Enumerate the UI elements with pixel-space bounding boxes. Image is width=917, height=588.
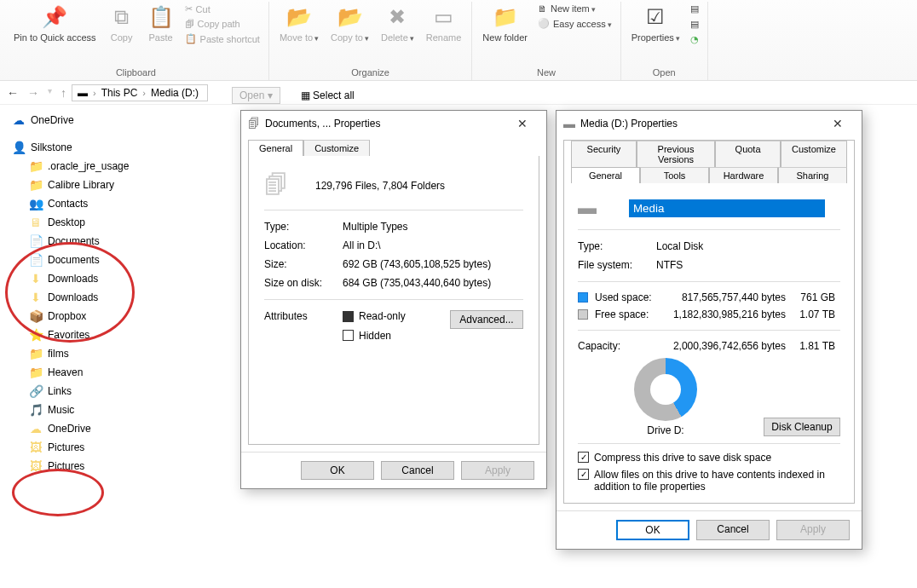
tree-item[interactable]: 📁films bbox=[0, 344, 213, 363]
type-label: Type: bbox=[264, 221, 343, 233]
free-space-label: Free space: bbox=[595, 308, 660, 320]
tree-item-label: Links bbox=[48, 385, 72, 397]
history-small-button[interactable]: ◔ bbox=[687, 32, 702, 47]
tree-item[interactable]: 📄Documents bbox=[0, 232, 213, 251]
tree-item[interactable]: ☁OneDrive bbox=[0, 419, 213, 438]
pin-to-quick-access-button[interactable]: 📌 Pin to Quick access bbox=[9, 2, 101, 44]
cancel-button[interactable]: Cancel bbox=[381, 461, 454, 480]
used-color-icon bbox=[578, 292, 588, 303]
apply-button[interactable]: Apply bbox=[776, 520, 850, 540]
nav-tree: ☁OneDrive 👤Silkstone 📁.oracle_jre_usage📁… bbox=[0, 106, 213, 481]
tree-item[interactable]: 📁Heaven bbox=[0, 363, 213, 382]
tree-item[interactable]: ⭐Favorites bbox=[0, 326, 213, 344]
free-bytes: 1,182,830,985,216 bytes bbox=[666, 308, 786, 320]
paste-button[interactable]: 📋 Paste bbox=[142, 2, 180, 44]
tree-item[interactable]: 🎵Music bbox=[0, 401, 213, 419]
forward-button[interactable]: → bbox=[27, 86, 39, 100]
tree-item[interactable]: 📦Dropbox bbox=[0, 307, 213, 326]
tabstrip-bottom: General Tools Hardware Sharing bbox=[564, 167, 854, 183]
delete-button[interactable]: ✖ Delete bbox=[376, 2, 419, 45]
open-small-button[interactable]: ▤ bbox=[687, 2, 702, 16]
tree-item[interactable]: 🔗Links bbox=[0, 382, 213, 401]
breadcrumb-root[interactable]: This PC bbox=[101, 87, 138, 99]
hidden-checkbox[interactable]: Hidden bbox=[343, 330, 391, 342]
advanced-button[interactable]: Advanced... bbox=[450, 310, 523, 329]
drive-name-input[interactable] bbox=[629, 199, 825, 217]
folder-icon: 🖥 bbox=[29, 216, 43, 229]
move-to-button[interactable]: 📂 Move to bbox=[274, 2, 324, 45]
location-label: Location: bbox=[264, 239, 343, 251]
tree-item[interactable]: 📁.oracle_jre_usage bbox=[0, 157, 213, 176]
tree-item[interactable]: 📄Documents bbox=[0, 251, 213, 269]
easy-access-button[interactable]: ⚪Easy access bbox=[534, 16, 615, 31]
tree-user[interactable]: 👤Silkstone bbox=[0, 138, 213, 157]
disk-cleanup-button[interactable]: Disk Cleanup bbox=[764, 418, 840, 436]
copy-path-button[interactable]: 🗐Copy path bbox=[182, 17, 263, 31]
tree-item-label: films bbox=[48, 348, 69, 360]
rename-button[interactable]: ▭ Rename bbox=[421, 2, 467, 44]
size-value: 692 GB (743,605,108,525 bytes) bbox=[343, 258, 491, 270]
ribbon: 📌 Pin to Quick access ⧉ Copy 📋 Paste ✂Cu… bbox=[0, 0, 917, 81]
tab-quota[interactable]: Quota bbox=[715, 141, 781, 167]
tree-item[interactable]: ⬇Downloads bbox=[0, 288, 213, 307]
capacity-label: Capacity: bbox=[578, 340, 660, 352]
ok-button[interactable]: OK bbox=[616, 520, 689, 540]
apply-button[interactable]: Apply bbox=[461, 461, 534, 480]
tree-item[interactable]: 🖼Pictures bbox=[0, 438, 213, 457]
size-on-disk-label: Size on disk: bbox=[264, 277, 343, 289]
copy-button[interactable]: ⧉ Copy bbox=[103, 2, 141, 44]
tab-general[interactable]: General bbox=[571, 167, 640, 183]
drive-icon: ▬ bbox=[563, 117, 575, 130]
tree-item[interactable]: ⬇Downloads bbox=[0, 269, 213, 288]
dialog-buttons: OK Cancel Apply bbox=[241, 452, 546, 488]
readonly-checkbox[interactable]: Read-only bbox=[343, 310, 406, 322]
ok-button[interactable]: OK bbox=[301, 461, 374, 480]
properties-button[interactable]: ☑ Properties bbox=[626, 2, 685, 45]
pasteshortcut-icon: 📋 bbox=[185, 33, 197, 44]
new-folder-button[interactable]: 📁 New folder bbox=[477, 2, 533, 44]
tab-customize[interactable]: Customize bbox=[303, 140, 370, 156]
dialog-buttons: OK Cancel Apply bbox=[557, 510, 862, 549]
dialog-titlebar[interactable]: ▬ Media (D:) Properties ✕ bbox=[557, 111, 862, 136]
up-button[interactable]: ↑ bbox=[61, 86, 66, 100]
cancel-button[interactable]: Cancel bbox=[696, 520, 770, 540]
tab-sharing[interactable]: Sharing bbox=[778, 167, 847, 183]
back-button[interactable]: ← bbox=[7, 86, 19, 100]
newfolder-icon: 📁 bbox=[492, 3, 519, 31]
close-button[interactable]: ✕ bbox=[505, 117, 539, 130]
tree-item[interactable]: 🖥Desktop bbox=[0, 213, 213, 232]
edit-small-button[interactable]: ▤ bbox=[687, 17, 702, 32]
tab-security[interactable]: Security bbox=[571, 141, 637, 167]
history-icon: ◔ bbox=[690, 34, 699, 45]
folder-icon: 📁 bbox=[29, 159, 43, 173]
tab-general[interactable]: General bbox=[248, 140, 303, 156]
tree-item-label: Desktop bbox=[48, 216, 85, 228]
tab-customize[interactable]: Customize bbox=[781, 141, 847, 167]
copy-to-button[interactable]: 📂 Copy to bbox=[326, 2, 374, 45]
dialog-titlebar[interactable]: 🗐 Documents, ... Properties ✕ bbox=[241, 111, 546, 136]
used-space-label: Used space: bbox=[595, 291, 660, 303]
dialog-body: 🗐 129,796 Files, 7,804 Folders Type:Mult… bbox=[249, 156, 539, 444]
new-item-button[interactable]: 🗎New item bbox=[534, 2, 615, 15]
tab-previous-versions[interactable]: Previous Versions bbox=[637, 141, 715, 167]
cut-button[interactable]: ✂Cut bbox=[182, 2, 263, 16]
tree-item-label: Heaven bbox=[48, 366, 83, 378]
easyaccess-icon: ⚪ bbox=[538, 18, 550, 29]
delete-icon: ✖ bbox=[384, 3, 411, 31]
paste-shortcut-button[interactable]: 📋Paste shortcut bbox=[182, 32, 263, 46]
tree-item[interactable]: 🖼Pictures bbox=[0, 457, 213, 476]
tree-item[interactable]: 👥Contacts bbox=[0, 194, 213, 213]
tree-item-label: Calibre Library bbox=[48, 179, 114, 191]
breadcrumb[interactable]: ▬ This PC Media (D:) bbox=[72, 84, 208, 101]
recent-button[interactable]: ▾ bbox=[48, 86, 52, 100]
tree-item-label: Contacts bbox=[48, 198, 88, 210]
tree-item[interactable]: 📁Calibre Library bbox=[0, 176, 213, 194]
tab-hardware[interactable]: Hardware bbox=[709, 167, 778, 183]
copyto-icon: 📂 bbox=[337, 3, 364, 31]
close-button[interactable]: ✕ bbox=[821, 117, 855, 130]
tree-onedrive[interactable]: ☁OneDrive bbox=[0, 111, 213, 130]
breadcrumb-drive[interactable]: Media (D:) bbox=[151, 87, 199, 99]
compress-checkbox[interactable]: ✓Compress this drive to save disk space bbox=[578, 452, 771, 464]
tab-tools[interactable]: Tools bbox=[640, 167, 709, 183]
index-checkbox[interactable]: ✓Allow files on this drive to have conte… bbox=[578, 469, 833, 493]
